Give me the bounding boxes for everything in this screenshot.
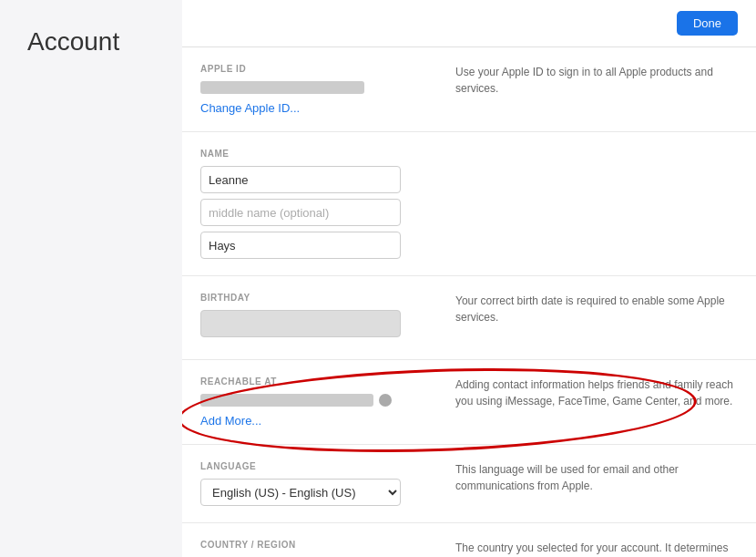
birthday-left: BIRTHDAY [200, 293, 437, 343]
name-left: NAME [200, 149, 437, 259]
language-label: LANGUAGE [200, 461, 437, 471]
reachable-toggle[interactable] [379, 394, 392, 407]
birthday-blurred [200, 310, 401, 337]
language-left: LANGUAGE English (US) - English (US) Spa… [200, 461, 437, 506]
reachable-section: REACHABLE AT Add More... Adding contact … [182, 360, 756, 445]
country-section: COUNTRY / REGION The country you selecte… [182, 523, 756, 557]
first-name-input[interactable] [200, 166, 401, 193]
done-button[interactable]: Done [677, 11, 738, 36]
country-left: COUNTRY / REGION [200, 540, 437, 557]
name-label: NAME [200, 149, 437, 159]
add-more-link[interactable]: Add More... [200, 414, 261, 428]
language-select[interactable]: English (US) - English (US) Spanish Fren… [200, 479, 401, 506]
apple-id-left: APPLE ID Change Apple ID... [200, 64, 437, 115]
header-row: Done [182, 0, 756, 47]
birthday-label: BIRTHDAY [200, 293, 437, 303]
birthday-description: Your correct birth date is required to e… [437, 293, 738, 325]
reachable-email-blurred [200, 394, 373, 407]
sidebar: Account [0, 0, 182, 557]
middle-name-input[interactable] [200, 199, 401, 226]
page-container: Account Done APPLE ID Change Apple ID...… [0, 0, 756, 557]
apple-id-blurred [200, 81, 364, 94]
main-content: Done APPLE ID Change Apple ID... Use you… [182, 0, 756, 557]
language-description: This language will be used for email and… [437, 461, 738, 494]
reachable-label: REACHABLE AT [200, 376, 437, 387]
country-description-text: The country you selected for your accoun… [455, 542, 728, 557]
reachable-left: REACHABLE AT Add More... [200, 376, 437, 428]
apple-id-label: APPLE ID [200, 64, 437, 74]
apple-id-section: APPLE ID Change Apple ID... Use your App… [182, 47, 756, 132]
birthday-section: BIRTHDAY Your correct birth date is requ… [182, 276, 756, 360]
country-description: The country you selected for your accoun… [437, 540, 738, 557]
change-apple-id-link[interactable]: Change Apple ID... [200, 101, 300, 115]
name-section: NAME [182, 132, 756, 276]
language-section: LANGUAGE English (US) - English (US) Spa… [182, 445, 756, 523]
reachable-email-row [200, 394, 437, 407]
reachable-description: Adding contact information helps friends… [437, 376, 738, 409]
apple-id-description: Use your Apple ID to sign in to all Appl… [437, 64, 738, 97]
last-name-input[interactable] [200, 232, 401, 259]
country-label: COUNTRY / REGION [200, 540, 437, 550]
page-title: Account [0, 18, 182, 75]
